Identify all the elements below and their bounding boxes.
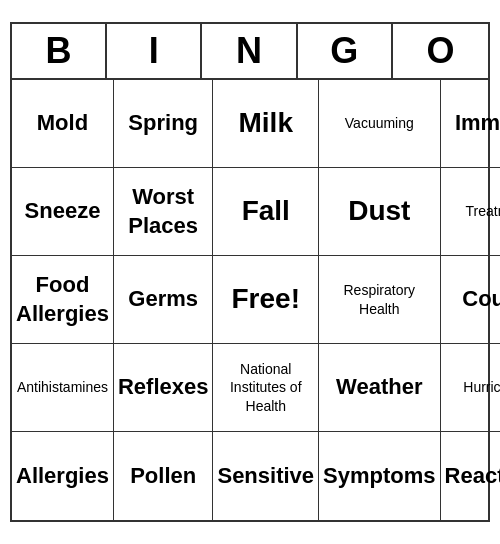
- bingo-cell: Allergies: [12, 432, 114, 520]
- bingo-cell: Immune: [441, 80, 500, 168]
- bingo-cell: Respiratory Health: [319, 256, 440, 344]
- cell-label: Symptoms: [323, 462, 435, 491]
- cell-label: Dust: [348, 193, 410, 229]
- cell-label: National Institutes of Health: [217, 360, 314, 415]
- bingo-cell: Free!: [213, 256, 319, 344]
- cell-label: Weather: [336, 373, 422, 402]
- cell-label: Worst Places: [118, 183, 209, 240]
- bingo-cell: Vacuuming: [319, 80, 440, 168]
- bingo-cell: Milk: [213, 80, 319, 168]
- cell-label: Cough: [462, 285, 500, 314]
- header-letter: I: [107, 24, 202, 78]
- cell-label: Hurricanes: [463, 378, 500, 396]
- cell-label: Immune: [455, 109, 500, 138]
- bingo-cell: Sensitive: [213, 432, 319, 520]
- bingo-cell: Sneeze: [12, 168, 114, 256]
- bingo-cell: Antihistamines: [12, 344, 114, 432]
- bingo-cell: Reactions: [441, 432, 500, 520]
- bingo-cell: Dust: [319, 168, 440, 256]
- cell-label: Fall: [242, 193, 290, 229]
- bingo-card: BINGO MoldSpringMilkVacuumingImmuneSneez…: [10, 22, 490, 522]
- cell-label: Reflexes: [118, 373, 209, 402]
- cell-label: Respiratory Health: [323, 281, 435, 317]
- cell-label: Sensitive: [217, 462, 314, 491]
- bingo-cell: Spring: [114, 80, 214, 168]
- cell-label: Food Allergies: [16, 271, 109, 328]
- cell-label: Spring: [128, 109, 198, 138]
- bingo-cell: Food Allergies: [12, 256, 114, 344]
- header-letter: G: [298, 24, 393, 78]
- bingo-cell: Hurricanes: [441, 344, 500, 432]
- cell-label: Allergies: [16, 462, 109, 491]
- bingo-cell: Pollen: [114, 432, 214, 520]
- bingo-cell: Reflexes: [114, 344, 214, 432]
- cell-label: Germs: [128, 285, 198, 314]
- cell-label: Reactions: [445, 462, 500, 491]
- bingo-cell: Germs: [114, 256, 214, 344]
- bingo-cell: Cough: [441, 256, 500, 344]
- cell-label: Treatment: [465, 202, 500, 220]
- bingo-cell: Mold: [12, 80, 114, 168]
- cell-label: Vacuuming: [345, 114, 414, 132]
- bingo-cell: National Institutes of Health: [213, 344, 319, 432]
- cell-label: Pollen: [130, 462, 196, 491]
- cell-label: Free!: [232, 281, 300, 317]
- bingo-cell: Symptoms: [319, 432, 440, 520]
- header-letter: O: [393, 24, 488, 78]
- bingo-cell: Treatment: [441, 168, 500, 256]
- bingo-header: BINGO: [12, 24, 488, 80]
- cell-label: Mold: [37, 109, 88, 138]
- bingo-grid: MoldSpringMilkVacuumingImmuneSneezeWorst…: [12, 80, 488, 520]
- bingo-cell: Worst Places: [114, 168, 214, 256]
- cell-label: Sneeze: [25, 197, 101, 226]
- cell-label: Antihistamines: [17, 378, 108, 396]
- bingo-cell: Fall: [213, 168, 319, 256]
- cell-label: Milk: [239, 105, 293, 141]
- bingo-cell: Weather: [319, 344, 440, 432]
- header-letter: N: [202, 24, 297, 78]
- header-letter: B: [12, 24, 107, 78]
